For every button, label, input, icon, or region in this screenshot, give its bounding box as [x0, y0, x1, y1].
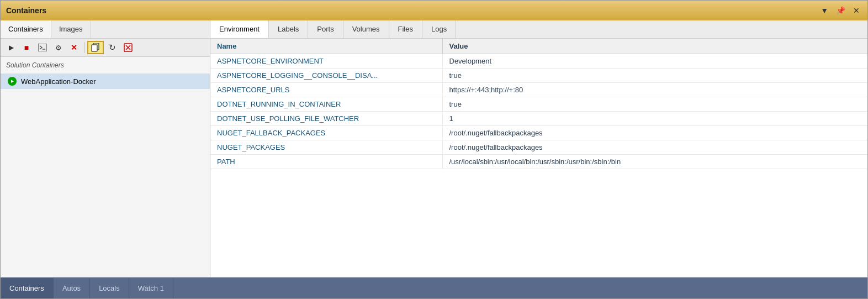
prune-button[interactable]	[120, 41, 136, 54]
title-bar-left: Containers	[6, 6, 46, 15]
window-title: Containers	[6, 6, 46, 15]
container-item[interactable]: WebApplication-Docker	[1, 74, 210, 89]
bottom-tab-containers[interactable]: Containers	[1, 278, 54, 298]
table-row: DOTNET_USE_POLLING_FILE_WATCHER1	[210, 112, 867, 126]
container-name: WebApplication-Docker	[21, 77, 96, 86]
left-tabs: Containers Images	[1, 20, 210, 39]
stop-button[interactable]: ■	[19, 41, 34, 54]
tab-environment[interactable]: Environment	[210, 20, 269, 38]
title-bar-controls: ▼ 📌 ✕	[818, 5, 862, 16]
env-name-cell: DOTNET_RUNNING_IN_CONTAINER	[210, 97, 442, 112]
copy-icon	[91, 43, 100, 52]
right-tabs: Environment Labels Ports Volumes Files L…	[210, 20, 867, 39]
terminal-button[interactable]	[35, 41, 50, 54]
toolbar: ▶ ■ ⚙ ✕ ↻	[1, 39, 210, 57]
terminal-icon	[38, 44, 47, 51]
table-row: PATH/usr/local/sbin:/usr/local/bin:/usr/…	[210, 155, 867, 169]
dropdown-btn[interactable]: ▼	[818, 5, 830, 16]
tab-images[interactable]: Images	[51, 20, 91, 38]
tab-files[interactable]: Files	[389, 20, 422, 38]
containers-window: Containers ▼ 📌 ✕ Containers Images ▶ ■	[0, 0, 868, 299]
env-value-cell: https://+:443;http://+:80	[442, 83, 867, 97]
settings-button[interactable]: ⚙	[51, 41, 66, 54]
env-name-cell: DOTNET_USE_POLLING_FILE_WATCHER	[210, 112, 442, 126]
tab-labels[interactable]: Labels	[269, 20, 308, 38]
close-btn[interactable]: ✕	[851, 5, 862, 16]
running-indicator	[8, 77, 17, 86]
table-row: DOTNET_RUNNING_IN_CONTAINERtrue	[210, 97, 867, 112]
env-value-cell: true	[442, 69, 867, 83]
tab-containers[interactable]: Containers	[1, 20, 51, 38]
tab-ports[interactable]: Ports	[308, 20, 343, 38]
table-row: NUGET_PACKAGES/root/.nuget/fallbackpacka…	[210, 140, 867, 155]
table-row: ASPNETCORE_ENVIRONMENTDevelopment	[210, 54, 867, 69]
col-header-value: Value	[442, 39, 867, 54]
col-header-name: Name	[210, 39, 442, 54]
bottom-tab-watch1[interactable]: Watch 1	[129, 278, 173, 298]
env-value-cell: 1	[442, 112, 867, 126]
start-button[interactable]: ▶	[4, 41, 18, 54]
left-panel: Containers Images ▶ ■ ⚙ ✕	[1, 20, 210, 277]
separator	[84, 42, 84, 53]
env-value-cell: true	[442, 97, 867, 112]
container-list: WebApplication-Docker	[1, 71, 210, 91]
env-name-cell: NUGET_FALLBACK_PACKAGES	[210, 126, 442, 140]
table-row: ASPNETCORE_URLShttps://+:443;http://+:80	[210, 83, 867, 97]
table-row: ASPNETCORE_LOGGING__CONSOLE__DISA...true	[210, 69, 867, 83]
env-value-cell: /root/.nuget/fallbackpackages	[442, 140, 867, 155]
copy-button[interactable]	[87, 41, 104, 54]
env-name-cell: ASPNETCORE_ENVIRONMENT	[210, 54, 442, 69]
bottom-tab-autos[interactable]: Autos	[54, 278, 90, 298]
right-panel: Environment Labels Ports Volumes Files L…	[210, 20, 867, 277]
env-name-cell: NUGET_PACKAGES	[210, 140, 442, 155]
title-bar: Containers ▼ 📌 ✕	[1, 1, 867, 20]
env-name-cell: PATH	[210, 155, 442, 169]
bottom-bar: Containers Autos Locals Watch 1	[1, 277, 867, 298]
svg-rect-3	[92, 45, 97, 51]
env-value-cell: /usr/local/sbin:/usr/local/bin:/usr/sbin…	[442, 155, 867, 169]
environment-table: Name Value ASPNETCORE_ENVIRONMENTDevelop…	[210, 39, 867, 277]
prune-icon	[124, 43, 133, 52]
tab-volumes[interactable]: Volumes	[343, 20, 389, 38]
main-content: Containers Images ▶ ■ ⚙ ✕	[1, 20, 867, 277]
section-header: Solution Containers	[1, 57, 210, 71]
env-name-cell: ASPNETCORE_LOGGING__CONSOLE__DISA...	[210, 69, 442, 83]
refresh-button[interactable]: ↻	[105, 41, 119, 54]
tab-logs[interactable]: Logs	[422, 20, 456, 38]
table-row: NUGET_FALLBACK_PACKAGES/root/.nuget/fall…	[210, 126, 867, 140]
bottom-tab-locals[interactable]: Locals	[90, 278, 129, 298]
env-name-cell: ASPNETCORE_URLS	[210, 83, 442, 97]
env-value-cell: Development	[442, 54, 867, 69]
env-value-cell: /root/.nuget/fallbackpackages	[442, 126, 867, 140]
pin-btn[interactable]: 📌	[834, 5, 848, 16]
delete-button[interactable]: ✕	[67, 41, 81, 54]
